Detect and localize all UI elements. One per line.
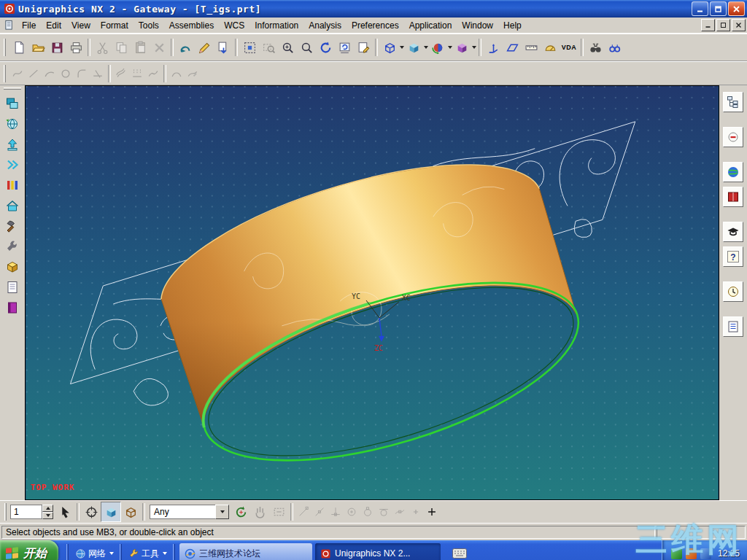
toolbar-grip[interactable]	[4, 88, 21, 91]
fit-view-button[interactable]	[240, 38, 259, 57]
copy-display-button[interactable]	[214, 38, 233, 57]
mdi-restore-button[interactable]	[716, 19, 730, 31]
undo-button[interactable]	[176, 38, 195, 57]
menu-file[interactable]: File	[17, 19, 41, 32]
task-browser[interactable]: 三维网技术论坛	[179, 543, 312, 560]
materials-button[interactable]	[2, 298, 23, 318]
journal-button[interactable]	[723, 316, 743, 337]
menu-help[interactable]: Help	[498, 19, 527, 32]
utilities-button[interactable]	[2, 236, 23, 257]
fillet-button[interactable]	[74, 66, 90, 82]
shaded-display-button[interactable]	[404, 38, 423, 57]
magnify-button[interactable]	[297, 38, 316, 57]
network-toolbar[interactable]: 网络	[71, 540, 117, 560]
spin-up-button[interactable]	[42, 505, 53, 512]
restore-button[interactable]	[710, 1, 727, 16]
selection-arrow-button[interactable]	[55, 502, 74, 521]
modeling-tools-button[interactable]	[2, 216, 23, 236]
angle-measure-button[interactable]	[541, 38, 560, 57]
remove-item-button[interactable]	[723, 127, 743, 147]
chevron-down-icon[interactable]	[163, 552, 167, 555]
keyboard-icon[interactable]	[452, 548, 467, 559]
bridge-curve-button[interactable]	[169, 66, 185, 82]
datum-plane-button[interactable]	[503, 38, 522, 57]
line-button[interactable]	[26, 66, 42, 82]
tools-toolbar[interactable]: 工具	[125, 540, 171, 560]
menu-wcs[interactable]: WCS	[219, 19, 249, 32]
work-layer-spinner[interactable]: 1	[10, 505, 53, 519]
endpoint-snap-button[interactable]	[295, 504, 311, 520]
toolbar-grip[interactable]	[4, 39, 7, 56]
quicklaunch-grip[interactable]	[173, 544, 176, 560]
point-on-curve-snap-button[interactable]	[392, 504, 408, 520]
zoom-button[interactable]	[278, 38, 297, 57]
window-zoom-button[interactable]	[269, 502, 288, 521]
information-list-button[interactable]	[2, 277, 23, 298]
solid-body-button[interactable]	[2, 257, 23, 277]
layer-spin-buttons[interactable]	[42, 505, 53, 519]
web-browser-button[interactable]	[723, 162, 743, 182]
layer-settings-button[interactable]	[2, 93, 23, 114]
import-button[interactable]	[2, 134, 23, 155]
ruler-button[interactable]	[522, 38, 541, 57]
rotate-view-button[interactable]	[2, 114, 23, 134]
edit-curve-button[interactable]	[185, 66, 201, 82]
arc-button[interactable]	[42, 66, 58, 82]
home-view-button[interactable]	[2, 195, 23, 216]
spline-button[interactable]	[9, 66, 26, 82]
update-display-button[interactable]	[335, 38, 354, 57]
training-button[interactable]	[723, 222, 743, 242]
menu-preferences[interactable]: Preferences	[347, 19, 404, 32]
save-button[interactable]	[47, 38, 66, 57]
assembly-navigator-button[interactable]	[723, 92, 743, 112]
menu-edit[interactable]: Edit	[41, 19, 66, 32]
print-button[interactable]	[66, 38, 85, 57]
zoom-rect-button[interactable]	[259, 38, 278, 57]
pan-button[interactable]	[250, 502, 269, 521]
quicklaunch-grip[interactable]	[66, 544, 69, 560]
menu-assemblies[interactable]: Assemblies	[164, 19, 219, 32]
datum-csys-button[interactable]	[484, 38, 503, 57]
new-button[interactable]	[9, 38, 28, 57]
paste-button[interactable]	[131, 38, 150, 57]
quadrant-snap-button[interactable]	[360, 504, 376, 520]
mdi-minimize-button[interactable]	[701, 19, 715, 31]
wireframe-display-button[interactable]	[380, 38, 399, 57]
help-button[interactable]: ?	[723, 246, 743, 267]
midpoint-snap-button[interactable]	[311, 504, 328, 520]
spin-down-button[interactable]	[42, 512, 53, 519]
combo-drop-button[interactable]	[215, 505, 229, 519]
edit-display-button[interactable]	[354, 38, 373, 57]
toolbar-grip[interactable]	[4, 503, 8, 521]
orbit-button[interactable]	[428, 38, 447, 57]
menu-application[interactable]: Application	[404, 19, 457, 32]
tray-icon-b[interactable]	[686, 548, 697, 559]
vda-button[interactable]: VDA	[560, 38, 578, 57]
mdi-close-button[interactable]	[732, 19, 746, 31]
refresh-button[interactable]	[316, 38, 335, 57]
clock-button[interactable]	[723, 281, 743, 302]
close-button[interactable]	[728, 1, 745, 16]
join-curve-button[interactable]	[145, 66, 161, 82]
color-palette-button[interactable]	[2, 175, 23, 195]
menu-analysis[interactable]: Analysis	[303, 19, 347, 32]
project-curve-button[interactable]	[129, 66, 145, 82]
reorder-button[interactable]	[2, 155, 23, 175]
open-button[interactable]	[28, 38, 47, 57]
graphics-window[interactable]: YC XC ZC TOP WORK	[26, 86, 719, 499]
viewport[interactable]: YC XC ZC TOP WORK	[25, 85, 719, 500]
rotate-refresh-button[interactable]	[231, 502, 250, 521]
offset-curve-button[interactable]	[113, 66, 129, 82]
style-button[interactable]	[195, 38, 214, 57]
trim-button[interactable]	[90, 66, 106, 82]
cut-button[interactable]	[93, 38, 112, 57]
menu-information[interactable]: Information	[249, 19, 303, 32]
intersection-snap-button[interactable]	[328, 504, 344, 520]
circle-button[interactable]	[58, 66, 74, 82]
quicklaunch-grip[interactable]	[120, 544, 123, 560]
menu-format[interactable]: Format	[96, 19, 133, 32]
menu-view[interactable]: View	[66, 19, 96, 32]
chevron-down-icon[interactable]	[109, 552, 114, 555]
tangent-snap-button[interactable]	[376, 504, 392, 520]
orient-view-button[interactable]	[452, 38, 471, 57]
